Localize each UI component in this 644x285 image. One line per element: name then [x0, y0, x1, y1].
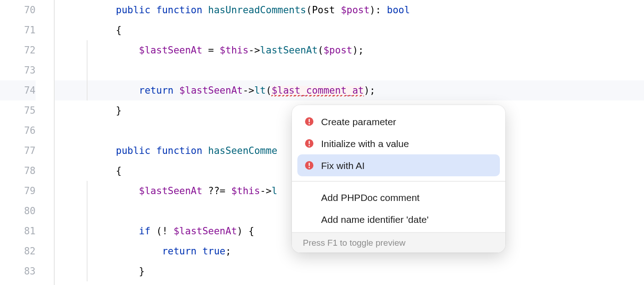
code-token: (	[266, 86, 272, 95]
indent-guide	[87, 221, 88, 241]
error-bulb-icon	[304, 139, 315, 148]
line-number: 76	[0, 121, 36, 141]
intention-action-item[interactable]: Add PHPDoc comment	[297, 186, 500, 208]
code-token: =	[203, 46, 220, 55]
svg-rect-4	[309, 141, 310, 144]
code-token: {	[116, 166, 122, 176]
code-token: $lastSeenAt	[179, 86, 243, 95]
indent-guide	[87, 261, 88, 281]
code-token: bool	[387, 5, 410, 15]
intention-action-label: Add PHPDoc comment	[321, 193, 420, 202]
error-bulb-icon	[304, 161, 315, 170]
code-editor: 7071727374757677787980818283 public func…	[0, 0, 644, 285]
code-token: (	[306, 5, 312, 15]
code-token: $post	[341, 5, 369, 15]
code-token: {	[116, 26, 122, 35]
line-number: 72	[0, 40, 36, 60]
code-token: $lastSeenAt	[139, 46, 203, 55]
line-number: 75	[0, 100, 36, 121]
intention-action-item[interactable]: Create parameter	[297, 111, 500, 132]
code-token: }	[116, 106, 122, 116]
code-line[interactable]: {	[55, 20, 644, 40]
code-token: hasUnreadComments	[208, 5, 306, 15]
indent-guide	[87, 40, 88, 60]
code-token: $this	[231, 186, 260, 196]
line-number: 74	[0, 80, 36, 100]
line-number: 79	[0, 181, 36, 201]
error-bulb-icon	[304, 117, 315, 126]
popup-primary-section: Create parameterInitialize with a valueF…	[292, 109, 505, 178]
popup-footer-hint: Press F1 to toggle preview	[292, 232, 505, 253]
code-token: $post	[323, 46, 352, 55]
code-token: ->	[260, 186, 271, 196]
code-token: $lastSeenAt	[173, 227, 237, 236]
line-number-gutter: 7071727374757677787980818283	[0, 0, 55, 285]
code-token: hasSeenComme	[208, 146, 277, 156]
intention-action-item[interactable]: Fix with AI	[297, 154, 500, 176]
code-token: $lastSeenAt	[139, 186, 203, 196]
indent-guide	[87, 60, 88, 80]
code-line[interactable]: return $lastSeenAt->lt($last_comment_at)…	[55, 80, 644, 100]
line-number: 73	[0, 60, 36, 80]
code-token: lastSeenAt	[260, 46, 317, 55]
indent-guide	[87, 241, 88, 261]
line-number: 83	[0, 261, 36, 281]
code-token: ;	[225, 247, 231, 256]
svg-point-2	[309, 123, 310, 125]
line-number: 78	[0, 161, 36, 181]
intention-action-label: Initialize with a value	[321, 139, 409, 148]
code-line[interactable]: public function hasUnreadComments(Post $…	[55, 0, 644, 20]
code-line[interactable]: $lastSeenAt = $this->lastSeenAt($post);	[55, 40, 644, 60]
code-token: function	[156, 146, 208, 156]
code-line[interactable]	[55, 60, 644, 80]
code-token: );	[364, 86, 375, 95]
code-area[interactable]: public function hasUnreadComments(Post $…	[55, 0, 644, 285]
indent-guide	[87, 201, 88, 221]
intention-action-item[interactable]: Add name identifier 'date'	[297, 208, 500, 230]
code-token: $this	[220, 46, 249, 55]
popup-divider	[292, 181, 505, 182]
code-token: public	[116, 146, 156, 156]
popup-secondary-section: Add PHPDoc commentAdd name identifier 'd…	[292, 185, 505, 232]
code-token: lt	[254, 86, 265, 95]
code-token: return	[162, 247, 203, 256]
svg-rect-1	[309, 119, 310, 122]
line-number: 82	[0, 241, 36, 261]
code-token: $last_comment_at	[271, 86, 364, 95]
code-token: ) {	[237, 227, 254, 236]
code-token: );	[352, 46, 364, 55]
code-token: if	[139, 227, 156, 236]
code-token: :	[375, 5, 387, 15]
line-number: 77	[0, 141, 36, 161]
code-token: )	[369, 5, 375, 15]
line-number: 81	[0, 221, 36, 241]
line-number: 80	[0, 201, 36, 221]
code-token: ->	[243, 86, 254, 95]
code-token: Post	[312, 5, 341, 15]
code-token: (	[318, 46, 324, 55]
code-token: function	[156, 5, 208, 15]
intention-actions-popup: Create parameterInitialize with a valueF…	[292, 105, 505, 253]
code-token: ??=	[203, 186, 231, 196]
intention-action-label: Create parameter	[321, 117, 396, 127]
code-token: (!	[156, 227, 174, 236]
svg-point-8	[309, 167, 310, 169]
svg-point-5	[309, 145, 310, 147]
code-token: l	[271, 186, 277, 196]
intention-action-label: Fix with AI	[321, 161, 365, 170]
line-number: 71	[0, 20, 36, 40]
code-token: true	[203, 247, 226, 256]
code-token: ->	[249, 46, 260, 55]
code-token: }	[139, 267, 145, 276]
svg-rect-7	[309, 163, 310, 166]
code-token: public	[116, 5, 156, 15]
indent-guide	[87, 80, 88, 100]
indent-guide	[87, 181, 88, 201]
intention-action-item[interactable]: Initialize with a value	[297, 132, 500, 154]
code-token: return	[139, 86, 180, 95]
intention-action-label: Add name identifier 'date'	[321, 215, 429, 224]
line-number: 70	[0, 0, 36, 20]
code-line[interactable]: }	[55, 261, 644, 281]
